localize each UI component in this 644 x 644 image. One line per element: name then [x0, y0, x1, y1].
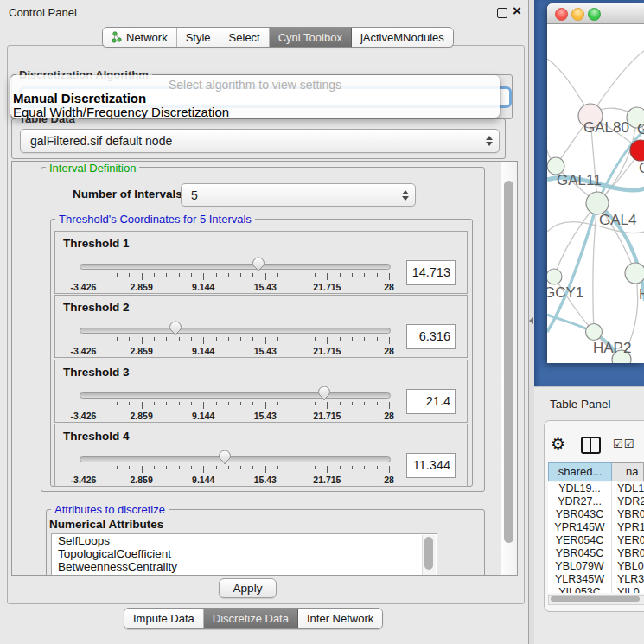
cell-name[interactable]: YBL0	[611, 560, 644, 573]
attribute-list-item[interactable]: SelfLoops	[52, 534, 437, 547]
dropdown-item-equal-width[interactable]: Equal Width/Frequency Discretization	[13, 105, 229, 119]
table-row[interactable]: YDR27...YDR2	[548, 495, 644, 508]
number-of-intervals-combo[interactable]: 5	[181, 183, 416, 207]
close-traffic-light-icon[interactable]	[555, 8, 568, 21]
tab-style-label: Style	[186, 31, 211, 44]
float-window-icon[interactable]	[497, 8, 507, 18]
attribute-list-item[interactable]: TopologicalCoefficient	[52, 547, 437, 560]
cell-shared-name[interactable]: YLR345W	[548, 573, 611, 586]
cell-shared-name[interactable]: YBL079W	[548, 560, 611, 573]
node-h[interactable]	[625, 263, 644, 284]
table-row[interactable]: YPR145WYPR1	[548, 521, 644, 534]
numerical-attributes-list: SelfLoopsTopologicalCoefficientBetweenne…	[51, 533, 437, 576]
threshold-1-slider-thumb[interactable]	[252, 257, 265, 272]
list-scrollbar[interactable]	[422, 535, 436, 575]
cell-shared-name[interactable]: YPR145W	[548, 521, 611, 534]
threshold-1-value-field[interactable]: 14.713	[406, 260, 456, 285]
panel-title: Control Panel	[9, 6, 77, 19]
cell-name[interactable]: YIL0	[611, 586, 644, 593]
cell-shared-name[interactable]: YDL19...	[548, 482, 611, 495]
cell-shared-name[interactable]: YBR045C	[548, 547, 611, 560]
combo-stepper-icon	[486, 136, 493, 146]
cell-name[interactable]: YER0	[611, 534, 644, 547]
slider-tick-labels: -3.4262.8599.14415.4321.71528	[80, 282, 389, 292]
select-columns-icon[interactable]: ☑☑	[613, 437, 634, 450]
column-layout-icon[interactable]	[581, 437, 601, 454]
cell-name[interactable]: YPR1	[611, 521, 644, 534]
threshold-4-slider-thumb[interactable]	[218, 450, 232, 465]
network-window-titlebar[interactable]	[547, 3, 644, 24]
threshold-panel-3: Threshold 3 -3.4262.8599.14415.4321.7152…	[54, 360, 468, 423]
column-header-name[interactable]: na	[612, 462, 644, 481]
cell-name[interactable]: YDR2	[611, 495, 644, 508]
threshold-panel-2: Threshold 2 -3.4262.8599.14415.4321.7152…	[54, 295, 468, 358]
combo-stepper-icon	[402, 190, 409, 201]
network-canvas[interactable]: GAL80 GA C GAL11 GAL4 GCY1 H HAP2	[547, 24, 644, 363]
zoom-traffic-light-icon[interactable]	[588, 8, 601, 21]
node-label-gal11: GAL11	[557, 172, 602, 188]
cell-shared-name[interactable]: YIL053C	[548, 586, 611, 593]
node-label-c: C	[639, 160, 644, 176]
settings-scrollbar[interactable]	[501, 162, 517, 575]
threshold-2-slider-track[interactable]	[80, 328, 391, 334]
cyni-bottom-tabs: Impute Data Discretize Data Infer Networ…	[124, 608, 383, 629]
threshold-4-slider-track[interactable]	[80, 456, 391, 462]
table-row[interactable]: YDL19...YDL1	[548, 482, 644, 495]
threshold-4-value-field[interactable]: 11.344	[406, 453, 456, 478]
tab-select-label: Select	[229, 31, 260, 44]
column-header-shared-name[interactable]: shared...	[548, 462, 612, 481]
table-data-combo[interactable]: galFiltered.sif default node	[20, 129, 500, 153]
cell-name[interactable]: YDL1	[611, 482, 644, 495]
tab-network[interactable]: Network	[103, 28, 177, 47]
cell-name[interactable]: YBR0	[611, 508, 644, 521]
threshold-2-value-field[interactable]: 6.316	[406, 324, 456, 349]
network-view-window[interactable]: GAL80 GA C GAL11 GAL4 GCY1 H HAP2	[547, 3, 644, 363]
table-row[interactable]: YBR043CYBR0	[548, 508, 644, 521]
table-row[interactable]: YLR345WYLR3	[548, 573, 644, 586]
splitter-collapse-icon[interactable]	[529, 317, 533, 324]
gear-icon[interactable]: ⚙	[551, 434, 565, 454]
tab-cyni-toolbox[interactable]: Cyni Toolbox	[270, 28, 352, 47]
threshold-3-slider-track[interactable]	[80, 392, 391, 399]
table-row[interactable]: YER054CYER0	[548, 534, 644, 547]
node-label-h: H	[639, 286, 644, 303]
table-row[interactable]: YIL053CYIL0	[548, 586, 644, 593]
dropdown-placeholder[interactable]: Select algorithm to view settings	[10, 78, 500, 92]
cell-shared-name[interactable]: YDR27...	[548, 495, 611, 508]
table-horizontal-scrollbar-thumb[interactable]	[551, 596, 640, 602]
close-icon[interactable]: ×	[513, 3, 521, 20]
node-label-gcy1: GCY1	[547, 284, 583, 301]
tab-discretize-data[interactable]: Discretize Data	[204, 609, 298, 628]
tab-impute-data[interactable]: Impute Data	[124, 609, 204, 628]
cell-name[interactable]: YLR3	[611, 573, 644, 586]
network-icon	[112, 31, 122, 43]
node-gcy1[interactable]	[547, 269, 562, 284]
apply-button[interactable]: Apply	[219, 578, 277, 598]
list-scrollbar-thumb[interactable]	[424, 537, 433, 570]
tab-infer-network[interactable]: Infer Network	[298, 609, 382, 628]
slider-tick-labels: -3.4262.8599.14415.4321.71528	[80, 411, 389, 421]
tab-style[interactable]: Style	[177, 28, 220, 47]
threshold-1-slider-track[interactable]	[80, 264, 391, 270]
node-hap2[interactable]	[586, 324, 603, 341]
cell-name[interactable]: YBR0	[611, 547, 644, 560]
number-of-intervals-label: Number of Intervals	[73, 188, 182, 201]
threshold-3-value-field[interactable]: 21.4	[406, 389, 456, 414]
attribute-list-item[interactable]: BetweennessCentrality	[52, 560, 437, 573]
threshold-2-slider-thumb[interactable]	[169, 321, 182, 336]
minimize-traffic-light-icon[interactable]	[571, 8, 584, 21]
slider-ticks	[80, 273, 389, 282]
table-row[interactable]: YBL079WYBL0	[548, 560, 644, 573]
table-horizontal-scrollbar[interactable]	[548, 595, 644, 605]
settings-scrollbar-thumb[interactable]	[504, 181, 513, 543]
tab-network-label: Network	[126, 31, 168, 44]
table-row[interactable]: YBR045CYBR0	[548, 547, 644, 560]
threshold-panel-4: Threshold 4 -3.4262.8599.14415.4321.7152…	[54, 424, 468, 487]
cell-shared-name[interactable]: YBR043C	[548, 508, 611, 521]
cell-shared-name[interactable]: YER054C	[548, 534, 611, 547]
dropdown-item-manual[interactable]: Manual Discretization	[13, 91, 146, 105]
threshold-3-slider-thumb[interactable]	[317, 386, 331, 401]
tab-select[interactable]: Select	[220, 28, 270, 47]
interval-definition-title: Interval Definition	[46, 162, 139, 175]
tab-jactivemnodules[interactable]: jActiveMNodules	[352, 28, 453, 47]
